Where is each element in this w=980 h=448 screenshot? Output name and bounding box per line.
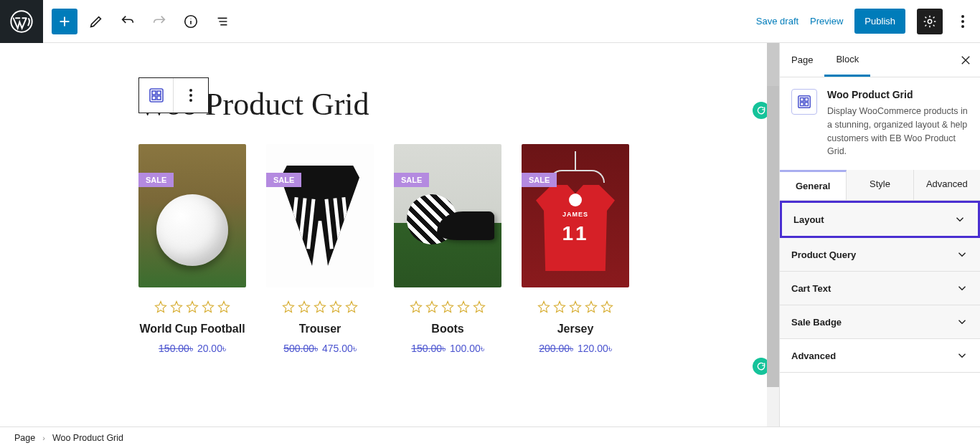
panel-tabs: General Style Advanced	[780, 170, 980, 201]
star-icon	[441, 300, 454, 313]
grammarly-icon	[756, 105, 766, 115]
tab-page[interactable]: Page	[780, 43, 824, 77]
panel-section-product-query[interactable]: Product Query	[780, 238, 980, 272]
panel-tab-general[interactable]: General	[780, 170, 847, 200]
canvas-scrollbar[interactable]	[767, 43, 779, 426]
chevron-down-icon	[953, 213, 966, 226]
star-icon	[425, 300, 438, 313]
rating-stars	[138, 300, 246, 313]
svg-rect-4	[152, 91, 156, 95]
outline-button[interactable]	[209, 9, 235, 34]
preview-button[interactable]: Preview	[810, 16, 843, 27]
grid-block-icon	[796, 94, 812, 110]
panel-tab-advanced[interactable]: Advanced	[914, 170, 980, 200]
panel-section-layout[interactable]: Layout	[780, 201, 980, 238]
undo-button[interactable]	[115, 9, 141, 34]
price-new: 20.00৳	[197, 343, 226, 354]
price-new: 100.00৳	[450, 343, 484, 354]
redo-button[interactable]	[146, 9, 172, 34]
panel-section-advanced[interactable]: Advanced	[780, 339, 980, 373]
block-type-button[interactable]	[139, 78, 174, 113]
breadcrumb-block[interactable]: Woo Product Grid	[52, 433, 123, 443]
product-image	[394, 144, 501, 287]
svg-rect-6	[152, 96, 156, 100]
product-price: 200.00৳120.00৳	[522, 343, 629, 355]
star-icon	[186, 300, 199, 313]
product-image: JAMES 11	[522, 144, 629, 287]
jersey-number: 11	[536, 222, 615, 245]
block-toolbar	[138, 77, 209, 113]
sale-badge: SALE	[394, 173, 429, 187]
info-icon	[183, 14, 199, 29]
publish-button[interactable]: Publish	[854, 9, 905, 34]
sale-badge: SALE	[522, 173, 557, 187]
page-title[interactable]: Woo Product Grid	[138, 86, 641, 123]
sidebar-close-button[interactable]	[951, 43, 980, 77]
wordpress-logo[interactable]	[0, 0, 43, 43]
editor-canvas[interactable]: Woo Product Grid SALE World Cup	[0, 43, 779, 426]
info-button[interactable]	[178, 9, 204, 34]
star-icon	[217, 300, 230, 313]
block-more-button[interactable]	[174, 78, 208, 113]
star-icon	[314, 300, 326, 313]
save-draft-button[interactable]: Save draft	[756, 16, 798, 27]
plus-icon	[57, 14, 72, 29]
block-description: Display WooCommerce products in a stunni…	[827, 105, 969, 158]
svg-point-2	[928, 19, 931, 23]
kebab-icon	[189, 89, 192, 102]
panel-label: Advanced	[791, 351, 836, 361]
product-name: Boots	[394, 322, 501, 337]
scrollbar-thumb[interactable]	[767, 86, 779, 387]
settings-sidebar: Page Block Woo Product Grid Display WooC…	[779, 43, 980, 426]
grammarly-icon	[756, 361, 766, 371]
chevron-down-icon	[956, 349, 969, 362]
sidebar-tabs: Page Block	[780, 43, 980, 77]
product-card[interactable]: SALE Boots 150.00৳100.00৳	[394, 144, 501, 355]
star-icon	[154, 300, 167, 313]
settings-button[interactable]	[917, 9, 943, 34]
add-block-button[interactable]	[52, 9, 77, 34]
sale-badge: SALE	[266, 173, 301, 187]
more-options-button[interactable]	[954, 9, 971, 34]
product-name: Jersey	[522, 322, 629, 337]
product-card[interactable]: SALE JAMES 11	[522, 144, 629, 355]
svg-rect-11	[801, 103, 804, 106]
panel-section-cart-text[interactable]: Cart Text	[780, 272, 980, 305]
price-old: 150.00৳	[411, 343, 446, 354]
breadcrumb-separator: ›	[42, 434, 45, 442]
close-icon	[959, 54, 972, 67]
toolbar-left	[43, 9, 235, 34]
product-card[interactable]: SALE Trouser 500.00৳475.00৳	[266, 144, 374, 355]
chevron-down-icon	[956, 248, 969, 261]
rating-stars	[266, 300, 374, 313]
edit-button[interactable]	[83, 9, 109, 34]
chevron-down-icon	[956, 282, 969, 295]
grid-block-icon	[148, 87, 165, 104]
chevron-down-icon	[956, 315, 969, 328]
panel-label: Layout	[793, 214, 824, 225]
svg-rect-7	[157, 96, 161, 100]
star-icon	[473, 300, 486, 313]
scrollbar-arrow-up[interactable]	[767, 43, 779, 86]
undo-icon	[120, 14, 136, 29]
star-icon	[410, 300, 423, 313]
panel-section-sale-badge[interactable]: Sale Badge	[780, 305, 980, 339]
product-price: 150.00৳20.00৳	[138, 343, 246, 355]
svg-rect-12	[805, 103, 809, 106]
workspace: Woo Product Grid SALE World Cup	[0, 43, 980, 426]
product-name: Trouser	[266, 322, 374, 337]
rating-stars	[522, 300, 629, 313]
star-icon	[585, 300, 598, 313]
breadcrumb-page[interactable]: Page	[14, 433, 35, 443]
tab-block[interactable]: Block	[824, 43, 870, 77]
rating-stars	[394, 300, 501, 313]
star-icon	[457, 300, 470, 313]
block-info: Woo Product Grid Display WooCommerce pro…	[780, 77, 980, 170]
star-icon	[329, 300, 342, 313]
star-icon	[553, 300, 566, 313]
star-icon	[345, 300, 358, 313]
product-card[interactable]: SALE World Cup Football 150.00৳20.00৳	[138, 144, 246, 355]
redo-icon	[151, 14, 167, 29]
panel-tab-style[interactable]: Style	[847, 170, 913, 200]
product-name: World Cup Football	[138, 322, 246, 337]
